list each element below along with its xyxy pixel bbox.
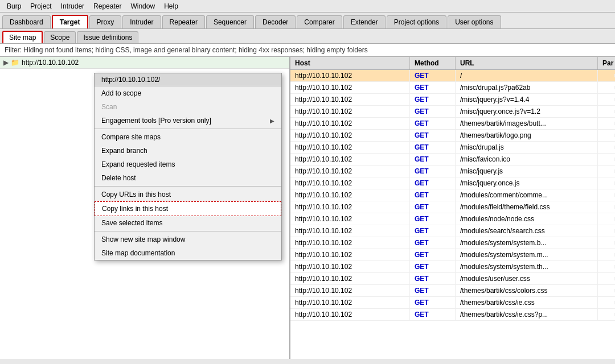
table-row[interactable]: http://10.10.10.102GET/misc/drupal.js?pa… bbox=[290, 82, 615, 94]
td-method: GET bbox=[410, 285, 456, 296]
tab-intruder[interactable]: Intruder bbox=[122, 15, 161, 28]
td-url: /themes/bartik/images/butt... bbox=[456, 118, 598, 129]
subtab-issue-definitions[interactable]: Issue definitions bbox=[77, 31, 138, 43]
td-host: http://10.10.10.102 bbox=[290, 285, 410, 296]
td-par bbox=[598, 110, 615, 113]
table-row[interactable]: http://10.10.10.102GET/themes/bartik/ima… bbox=[290, 118, 615, 130]
subtab-site-map[interactable]: Site map bbox=[2, 31, 43, 43]
table-row[interactable]: http://10.10.10.102GET/modules/user/user… bbox=[290, 273, 615, 285]
ctx-compare-site-maps[interactable]: Compare site maps bbox=[95, 130, 281, 144]
td-host: http://10.10.10.102 bbox=[290, 225, 410, 237]
td-host: http://10.10.10.102 bbox=[290, 273, 410, 284]
tab-dashboard[interactable]: Dashboard bbox=[2, 15, 51, 28]
td-par bbox=[598, 74, 615, 77]
td-host: http://10.10.10.102 bbox=[290, 309, 410, 320]
menu-repeater[interactable]: Repeater bbox=[89, 1, 126, 11]
td-url: /modules/system/system.m... bbox=[456, 249, 598, 260]
td-par bbox=[598, 158, 615, 161]
td-url: /misc/jquery.js bbox=[456, 166, 598, 177]
table-row[interactable]: http://10.10.10.102GET/misc/jquery.once.… bbox=[290, 106, 615, 118]
main-content: ▶ 📁 http://10.10.10.102 http://10.10.10.… bbox=[0, 57, 615, 359]
td-par bbox=[598, 229, 615, 233]
td-url: /themes/bartik/css/ie.css bbox=[456, 297, 598, 308]
table-row[interactable]: http://10.10.10.102GET/modules/comment/c… bbox=[290, 189, 615, 201]
table-row[interactable]: http://10.10.10.102GET/themes/bartik/css… bbox=[290, 309, 615, 321]
td-method: GET bbox=[410, 142, 456, 153]
filter-text: Filter: Hiding not found items; hiding C… bbox=[5, 46, 368, 54]
table-row[interactable]: http://10.10.10.102GET/ bbox=[290, 70, 615, 82]
ctx-separator-3 bbox=[95, 231, 281, 231]
tab-comparer[interactable]: Comparer bbox=[297, 15, 342, 28]
td-url: /themes/bartik/css/colors.css bbox=[456, 285, 598, 296]
td-url: /themes/bartik/css/ie.css?p... bbox=[456, 309, 598, 320]
subtab-scope[interactable]: Scope bbox=[44, 31, 76, 43]
td-url: /modules/user/user.css bbox=[456, 273, 598, 284]
ctx-expand-requested-items[interactable]: Expand requested items bbox=[95, 158, 281, 171]
tab-decoder[interactable]: Decoder bbox=[255, 15, 296, 28]
tab-proxy[interactable]: Proxy bbox=[89, 15, 122, 28]
td-url: /misc/drupal.js?pa62ab bbox=[456, 82, 598, 93]
td-par bbox=[598, 253, 615, 257]
table-row[interactable]: http://10.10.10.102GET/themes/bartik/log… bbox=[290, 130, 615, 142]
tab-extender[interactable]: Extender bbox=[343, 15, 386, 28]
td-url: /themes/bartik/logo.png bbox=[456, 130, 598, 141]
ctx-site-map-documentation[interactable]: Site map documentation bbox=[95, 246, 281, 260]
table-row[interactable]: http://10.10.10.102GET/misc/jquery.once.… bbox=[290, 177, 615, 189]
td-url: / bbox=[456, 70, 598, 81]
tab-user-options[interactable]: User options bbox=[448, 15, 501, 28]
table-row[interactable]: http://10.10.10.102GET/misc/favicon.ico bbox=[290, 154, 615, 166]
tab-target[interactable]: Target bbox=[52, 15, 88, 28]
ctx-copy-links[interactable]: Copy links in this host bbox=[95, 201, 281, 216]
td-url: /modules/node/node.css bbox=[456, 213, 598, 225]
td-par bbox=[598, 205, 615, 209]
table-row[interactable]: http://10.10.10.102GET/modules/search/se… bbox=[290, 225, 615, 237]
ctx-copy-urls[interactable]: Copy URLs in this host bbox=[95, 188, 281, 201]
filter-bar: Filter: Hiding not found items; hiding C… bbox=[0, 44, 615, 57]
td-url: /misc/jquery.js?v=1.4.4 bbox=[456, 94, 598, 105]
td-method: GET bbox=[410, 213, 456, 225]
table-row[interactable]: http://10.10.10.102GET/modules/system/sy… bbox=[290, 261, 615, 273]
table-row[interactable]: http://10.10.10.102GET/misc/drupal.js bbox=[290, 142, 615, 154]
tab-sequencer[interactable]: Sequencer bbox=[206, 15, 254, 28]
td-par bbox=[598, 277, 615, 280]
td-par bbox=[598, 289, 615, 292]
ctx-engagement-tools[interactable]: Engagement tools [Pro version only] ▶ bbox=[95, 114, 281, 127]
ctx-expand-branch[interactable]: Expand branch bbox=[95, 144, 281, 158]
td-par bbox=[598, 241, 615, 245]
tab-repeater[interactable]: Repeater bbox=[162, 15, 205, 28]
td-method: GET bbox=[410, 82, 456, 93]
ctx-separator-1 bbox=[95, 129, 281, 129]
table-row[interactable]: http://10.10.10.102GET/misc/jquery.js?v=… bbox=[290, 94, 615, 106]
table-row[interactable]: http://10.10.10.102GET/modules/system/sy… bbox=[290, 237, 615, 249]
td-host: http://10.10.10.102 bbox=[290, 118, 410, 129]
table-row[interactable]: http://10.10.10.102GET/misc/jquery.js bbox=[290, 166, 615, 177]
td-method: GET bbox=[410, 189, 456, 201]
table-row[interactable]: http://10.10.10.102GET/modules/system/sy… bbox=[290, 249, 615, 261]
td-method: GET bbox=[410, 309, 456, 320]
ctx-save-selected[interactable]: Save selected items bbox=[95, 216, 281, 230]
ctx-add-to-scope[interactable]: Add to scope bbox=[95, 86, 281, 100]
table-row[interactable]: http://10.10.10.102GET/themes/bartik/css… bbox=[290, 285, 615, 297]
ctx-show-site-map-window[interactable]: Show new site map window bbox=[95, 233, 281, 246]
td-url: /misc/favicon.ico bbox=[456, 154, 598, 165]
td-host: http://10.10.10.102 bbox=[290, 106, 410, 117]
td-par bbox=[598, 181, 615, 185]
tree-item-host[interactable]: ▶ 📁 http://10.10.10.102 bbox=[0, 57, 289, 69]
context-menu-header: http://10.10.10.102/ bbox=[95, 73, 281, 86]
td-par bbox=[598, 86, 615, 89]
td-method: GET bbox=[410, 70, 456, 81]
menu-intruder[interactable]: Intruder bbox=[56, 1, 89, 11]
table-row[interactable]: http://10.10.10.102GET/themes/bartik/css… bbox=[290, 297, 615, 309]
left-panel: ▶ 📁 http://10.10.10.102 http://10.10.10.… bbox=[0, 57, 290, 359]
menu-project[interactable]: Project bbox=[26, 1, 56, 11]
table-row[interactable]: http://10.10.10.102GET/modules/field/the… bbox=[290, 201, 615, 213]
td-method: GET bbox=[410, 237, 456, 249]
ctx-delete-host[interactable]: Delete host bbox=[95, 171, 281, 185]
menu-burp[interactable]: Burp bbox=[2, 1, 26, 11]
menu-help[interactable]: Help bbox=[159, 1, 183, 11]
tab-project-options[interactable]: Project options bbox=[387, 15, 446, 28]
th-method: Method bbox=[410, 57, 456, 69]
menu-window[interactable]: Window bbox=[126, 1, 159, 11]
table-row[interactable]: http://10.10.10.102GET/modules/node/node… bbox=[290, 213, 615, 225]
td-method: GET bbox=[410, 94, 456, 105]
